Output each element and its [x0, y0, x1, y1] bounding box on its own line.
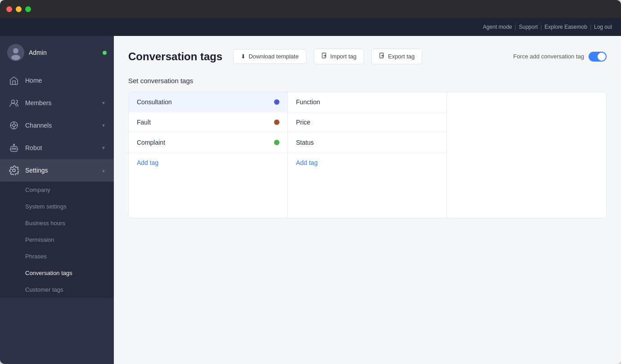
support-link[interactable]: Support: [519, 24, 538, 30]
force-toggle-area: Force add conversation tag: [513, 52, 607, 62]
settings-icon: [9, 165, 19, 175]
titlebar: [0, 0, 621, 18]
main-content: Conversation tags ⬇ Download template Im…: [114, 36, 621, 364]
svg-point-2: [11, 55, 20, 60]
channels-icon: [9, 120, 19, 130]
sidebar-item-home[interactable]: Home: [0, 69, 114, 92]
titlebar-buttons: [6, 6, 31, 12]
tag-item-status[interactable]: Status: [288, 133, 447, 153]
members-arrow-icon: ▾: [102, 100, 105, 106]
tag-item-complaint[interactable]: Complaint: [129, 133, 288, 153]
tag-column-2: Function Price Status Add tag: [288, 92, 447, 218]
avatar: [7, 44, 24, 61]
export-icon: [379, 53, 385, 60]
sidebar-item-company[interactable]: Company: [0, 182, 114, 198]
svg-point-1: [13, 48, 18, 53]
minimize-button[interactable]: [16, 6, 22, 12]
sidebar-item-robot[interactable]: Robot ▾: [0, 137, 114, 159]
sidebar-nav: Home Members ▾: [0, 69, 114, 364]
sidebar-item-permission[interactable]: Permission: [0, 231, 114, 248]
robot-arrow-icon: ▾: [102, 145, 105, 151]
tag-item-consultation[interactable]: Consultation: [129, 92, 288, 112]
members-label: Members: [25, 99, 96, 107]
tag-dot-consultation: [274, 99, 279, 105]
tag-dot-fault: [274, 120, 279, 125]
settings-label: Settings: [25, 167, 96, 174]
tag-column-1: Consultation Fault Complaint Add tag: [129, 92, 288, 218]
home-label: Home: [25, 77, 105, 84]
app-body: Admin Home: [0, 36, 621, 364]
tag-dot-complaint: [274, 140, 279, 145]
sidebar-item-system-settings[interactable]: System settings: [0, 198, 114, 215]
close-button[interactable]: [6, 6, 12, 12]
force-toggle-label: Force add conversation tag: [513, 53, 584, 60]
app-window: Agent mode | Support | Explore Easemob |…: [0, 0, 621, 364]
topbar-links: Agent mode | Support | Explore Easemob |…: [483, 24, 612, 30]
download-template-button[interactable]: ⬇ Download template: [233, 49, 306, 64]
robot-label: Robot: [25, 144, 96, 151]
tag-item-price[interactable]: Price: [288, 112, 447, 133]
import-tag-button[interactable]: Import tag: [314, 49, 364, 64]
tag-column-3: [447, 92, 606, 218]
members-icon: [9, 98, 19, 108]
channels-label: Channels: [25, 122, 96, 129]
sidebar-item-phrases[interactable]: Phrases: [0, 248, 114, 265]
channels-arrow-icon: ▾: [102, 122, 105, 129]
settings-submenu: Company System settings Business hours P…: [0, 182, 114, 298]
sep3: |: [590, 24, 591, 30]
sidebar-item-customer-tags[interactable]: Customer tags: [0, 281, 114, 298]
admin-name: Admin: [29, 49, 47, 56]
page-header: Conversation tags ⬇ Download template Im…: [128, 49, 607, 64]
sep1: |: [515, 24, 516, 30]
sep2: |: [540, 24, 542, 30]
settings-arrow-icon: ▴: [102, 167, 105, 173]
sidebar-profile: Admin: [0, 36, 114, 69]
topbar: Agent mode | Support | Explore Easemob |…: [0, 18, 621, 36]
agent-mode-link[interactable]: Agent mode: [483, 24, 512, 30]
force-toggle[interactable]: [589, 52, 607, 62]
add-tag-button-col2[interactable]: Add tag: [288, 153, 447, 173]
sidebar-item-members[interactable]: Members ▾: [0, 92, 114, 114]
svg-point-12: [14, 148, 16, 150]
online-indicator: [103, 51, 107, 55]
svg-rect-10: [11, 146, 17, 151]
sidebar: Admin Home: [0, 36, 114, 364]
import-icon: [321, 53, 328, 60]
sidebar-item-business-hours[interactable]: Business hours: [0, 215, 114, 231]
tag-item-function[interactable]: Function: [288, 92, 447, 112]
sidebar-item-settings[interactable]: Settings ▴: [0, 159, 114, 182]
svg-point-11: [12, 148, 14, 150]
add-tag-button-col1[interactable]: Add tag: [129, 153, 288, 173]
svg-point-14: [14, 144, 15, 146]
svg-point-17: [13, 169, 15, 172]
export-tag-button[interactable]: Export tag: [371, 49, 422, 64]
svg-point-5: [13, 124, 15, 127]
robot-icon: [9, 143, 19, 153]
page-title: Conversation tags: [128, 50, 222, 63]
svg-point-3: [12, 100, 15, 103]
maximize-button[interactable]: [25, 6, 31, 12]
logout-link[interactable]: Log out: [594, 24, 612, 30]
home-icon: [9, 75, 19, 85]
sidebar-item-channels[interactable]: Channels ▾: [0, 114, 114, 137]
section-title: Set conversation tags: [128, 77, 607, 84]
explore-link[interactable]: Explore Easemob: [544, 24, 587, 30]
tags-grid: Consultation Fault Complaint Add tag: [128, 92, 607, 218]
sidebar-item-conversation-tags[interactable]: Conversation tags: [0, 265, 114, 281]
tag-item-fault[interactable]: Fault: [129, 112, 288, 133]
download-icon: ⬇: [241, 53, 246, 60]
